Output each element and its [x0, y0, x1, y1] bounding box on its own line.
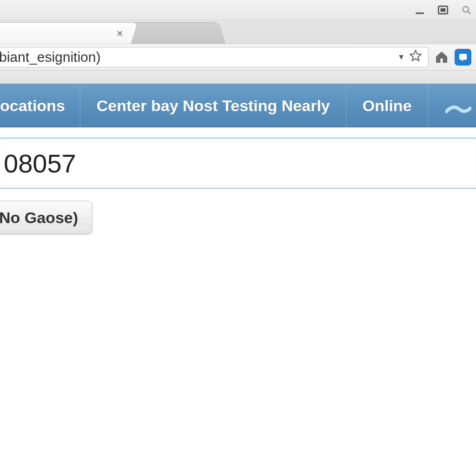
svg-rect-5 — [459, 54, 467, 60]
button-row: No Gaose) — [0, 189, 476, 234]
toolbar-shadow — [0, 71, 476, 84]
main-navbar: ocations Center bay Nost Testing Nearly … — [0, 84, 476, 127]
nav-item-online[interactable]: Online — [346, 84, 428, 127]
tab-close-icon[interactable]: × — [114, 27, 126, 40]
svg-line-4 — [468, 12, 470, 14]
main-search-input[interactable] — [0, 138, 476, 189]
page-content: ocations Center bay Nost Testing Nearly … — [0, 84, 476, 234]
bookmark-star-icon[interactable] — [409, 49, 423, 66]
nav-item-locations[interactable]: ocations — [0, 84, 80, 127]
nav-item-center-bay[interactable]: Center bay Nost Testing Nearly — [80, 84, 346, 127]
home-icon[interactable] — [433, 49, 450, 66]
svg-point-3 — [463, 7, 469, 12]
wave-icon — [445, 100, 471, 116]
nav-item-label: Center bay Nost Testing Nearly — [97, 97, 330, 115]
window-minimize-icon[interactable] — [414, 4, 426, 16]
tab-strip: × — [0, 20, 476, 44]
system-search-icon[interactable] — [460, 4, 473, 17]
browser-chrome: × biant_esignition) ▼ — [0, 20, 476, 84]
nav-item-more[interactable] — [428, 84, 476, 127]
nav-item-label: ocations — [0, 97, 65, 115]
nav-item-label: Online — [363, 97, 412, 115]
address-bar[interactable]: biant_esignition) ▼ — [0, 47, 429, 67]
window-maximize-icon[interactable] — [436, 3, 450, 17]
no-gaose-button[interactable]: No Gaose) — [0, 201, 93, 234]
address-bar-text: biant_esignition) — [0, 49, 396, 65]
search-input-container — [0, 127, 476, 189]
browser-toolbar: biant_esignition) ▼ — [0, 44, 476, 71]
omnibox-dropdown-icon[interactable]: ▼ — [396, 53, 409, 61]
system-titlebar — [0, 0, 476, 20]
browser-tab-active[interactable]: × — [0, 22, 138, 44]
extension-icon[interactable] — [455, 49, 471, 66]
svg-rect-2 — [441, 8, 446, 12]
